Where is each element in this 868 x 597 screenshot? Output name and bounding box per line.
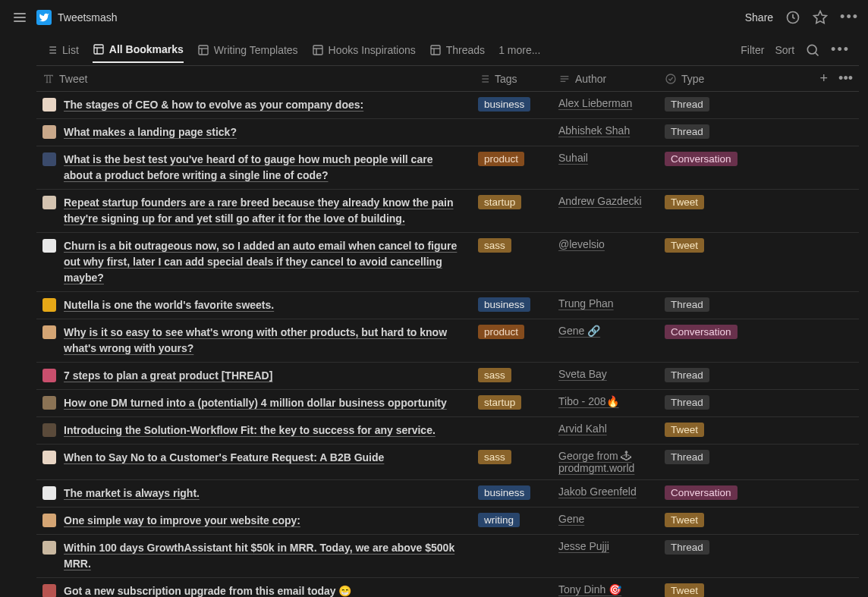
share-button[interactable]: Share xyxy=(745,11,773,24)
type-badge[interactable]: Tweet xyxy=(665,423,704,437)
author-link[interactable]: Jesse Pujji xyxy=(558,540,609,552)
author-link[interactable]: Sveta Bay xyxy=(558,368,607,380)
author-link[interactable]: Suhail xyxy=(558,152,588,164)
type-badge[interactable]: Thread xyxy=(665,368,709,382)
table-row[interactable]: When to Say No to a Customer's Feature R… xyxy=(36,445,859,480)
cell-type: Conversation xyxy=(659,325,772,339)
type-badge[interactable]: Thread xyxy=(665,540,709,555)
col-header-author[interactable]: Author xyxy=(552,73,659,85)
author-link[interactable]: Tony Dinh 🎯 xyxy=(558,583,621,595)
table-row[interactable]: How one DM turned into a (potentially) 4… xyxy=(36,390,859,417)
tweet-link[interactable]: The stages of CEO & how to evolve as you… xyxy=(64,97,363,113)
table-row[interactable]: Why is it so easy to see what's wrong wi… xyxy=(36,319,859,363)
author-link[interactable]: Trung Phan xyxy=(558,297,614,309)
tab-hooks-inspirations[interactable]: Hooks Inspirations xyxy=(312,38,416,62)
search-icon[interactable] xyxy=(805,42,820,58)
tag-badge[interactable]: writing xyxy=(478,513,520,527)
table-row[interactable]: One simple way to improve your website c… xyxy=(36,507,859,535)
type-badge[interactable]: Conversation xyxy=(665,152,737,166)
menu-icon[interactable] xyxy=(9,8,30,27)
col-header-tweet[interactable]: Tweet xyxy=(36,73,472,85)
clock-icon[interactable] xyxy=(785,10,800,25)
cell-tags: business xyxy=(472,485,552,500)
table-row[interactable]: Repeat startup founders are a rare breed… xyxy=(36,190,859,233)
type-badge[interactable]: Tweet xyxy=(665,513,704,527)
tag-badge[interactable]: business xyxy=(478,97,530,112)
tweet-link[interactable]: Repeat startup founders are a rare breed… xyxy=(64,195,463,227)
tweet-link[interactable]: When to Say No to a Customer's Feature R… xyxy=(64,450,384,466)
col-header-tags[interactable]: Tags xyxy=(472,73,552,85)
tab-writing-templates[interactable]: Writing Templates xyxy=(197,38,298,62)
type-badge[interactable]: Thread xyxy=(665,450,709,464)
tweet-link[interactable]: How one DM turned into a (potentially) 4… xyxy=(64,395,447,411)
column-options-icon[interactable]: ••• xyxy=(838,71,853,86)
author-link[interactable]: Arvid Kahl xyxy=(558,423,607,435)
tag-badge[interactable]: product xyxy=(478,325,524,339)
tweet-link[interactable]: Within 100 days GrowthAssistant hit $50k… xyxy=(64,540,463,572)
table-row[interactable]: Introducing the Solution-Workflow Fit: t… xyxy=(36,417,859,445)
table-row[interactable]: Churn is a bit outrageous now, so I adde… xyxy=(36,233,859,292)
author-link[interactable]: Alex Lieberman xyxy=(558,97,632,109)
table-row[interactable]: Got a new subscription upgrade from this… xyxy=(36,578,859,597)
type-badge[interactable]: Thread xyxy=(665,124,709,139)
tweet-link[interactable]: Churn is a bit outrageous now, so I adde… xyxy=(64,238,463,286)
tab-all-bookmarks[interactable]: All Bookmarks xyxy=(93,37,184,63)
tweet-link[interactable]: The market is always right. xyxy=(64,485,200,501)
tweet-link[interactable]: Why is it so easy to see what's wrong wi… xyxy=(64,325,463,357)
type-badge[interactable]: Thread xyxy=(665,395,709,410)
tag-badge[interactable]: sass xyxy=(478,368,511,382)
table-options-icon[interactable]: ••• xyxy=(831,42,850,58)
table-row[interactable]: What makes a landing page stick? Abhishe… xyxy=(36,119,859,146)
tag-badge[interactable]: business xyxy=(478,485,530,500)
table-row[interactable]: Within 100 days GrowthAssistant hit $50k… xyxy=(36,535,859,578)
author-link[interactable]: George from 🕹 prodmgmt.world xyxy=(558,450,634,474)
tweet-link[interactable]: Introducing the Solution-Workflow Fit: t… xyxy=(64,423,436,438)
tweet-link[interactable]: One simple way to improve your website c… xyxy=(64,513,300,529)
type-badge[interactable]: Thread xyxy=(665,297,709,312)
cell-tweet: Churn is a bit outrageous now, so I adde… xyxy=(36,238,472,286)
author-link[interactable]: Abhishek Shah xyxy=(558,124,630,137)
author-link[interactable]: Gene 🔗 xyxy=(558,325,600,337)
type-badge[interactable]: Thread xyxy=(665,97,709,112)
tag-badge[interactable]: sass xyxy=(478,450,511,464)
type-badge[interactable]: Tweet xyxy=(665,583,704,597)
table-row[interactable]: 7 steps to plan a great product [THREAD]… xyxy=(36,363,859,390)
add-column-icon[interactable]: + xyxy=(820,71,829,86)
text-icon xyxy=(42,73,55,85)
tweet-link[interactable]: What makes a landing page stick? xyxy=(64,124,237,140)
type-badge[interactable]: Tweet xyxy=(665,195,704,209)
table-row[interactable]: Nutella is one the world's favorite swee… xyxy=(36,292,859,319)
tweet-link[interactable]: Nutella is one the world's favorite swee… xyxy=(64,297,274,313)
type-badge[interactable]: Conversation xyxy=(665,325,737,339)
cell-type: Thread xyxy=(659,368,772,382)
author-link[interactable]: Jakob Greenfeld xyxy=(558,485,637,498)
tag-badge[interactable]: startup xyxy=(478,395,521,410)
star-icon[interactable] xyxy=(813,10,828,25)
sort-button[interactable]: Sort xyxy=(775,44,794,56)
author-link[interactable]: Gene xyxy=(558,513,584,525)
page-title[interactable]: Tweetsmash xyxy=(58,11,118,24)
col-actions: + ••• xyxy=(772,71,859,86)
tweet-link[interactable]: What is the best test you've heard of to… xyxy=(64,152,463,184)
table-row[interactable]: What is the best test you've heard of to… xyxy=(36,146,859,190)
table-row[interactable]: The market is always right. business Jak… xyxy=(36,480,859,507)
tab-list[interactable]: List xyxy=(46,38,79,62)
author-link[interactable]: @levelsio xyxy=(558,238,605,250)
tag-badge[interactable]: business xyxy=(478,297,530,312)
tweet-link[interactable]: 7 steps to plan a great product [THREAD] xyxy=(64,368,272,384)
more-options-icon[interactable]: ••• xyxy=(840,9,859,25)
tab-threads[interactable]: Threads xyxy=(429,38,485,62)
table-row[interactable]: The stages of CEO & how to evolve as you… xyxy=(36,92,859,119)
tweet-link[interactable]: Got a new subscription upgrade from this… xyxy=(64,583,352,597)
filter-button[interactable]: Filter xyxy=(741,44,764,56)
tag-badge[interactable]: product xyxy=(478,152,524,166)
col-header-type[interactable]: Type xyxy=(659,73,772,85)
type-badge[interactable]: Tweet xyxy=(665,238,704,253)
type-badge[interactable]: Conversation xyxy=(665,485,737,500)
more-views[interactable]: 1 more... xyxy=(498,44,540,56)
tag-badge[interactable]: sass xyxy=(478,238,511,253)
author-link[interactable]: Tibo - 208🔥 xyxy=(558,395,619,407)
tag-badge[interactable]: startup xyxy=(478,195,521,209)
cell-type: Tweet xyxy=(659,513,772,527)
author-link[interactable]: Andrew Gazdecki xyxy=(558,195,642,207)
